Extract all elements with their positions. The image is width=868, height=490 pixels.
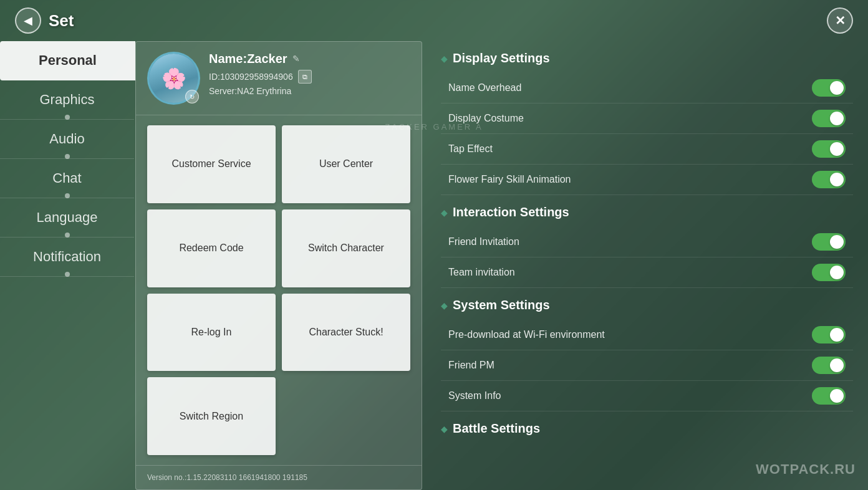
toggle-display-costume[interactable] (812, 110, 846, 127)
setting-label: Friend Invitation (448, 236, 519, 247)
avatar-badge: ↻ (185, 90, 199, 103)
setting-row-tap-effect: Tap Effect (441, 134, 853, 165)
toggle-team-invitation[interactable] (812, 264, 846, 281)
character-stuck-button[interactable]: Character Stuck! (282, 294, 410, 372)
diamond-icon: ◆ (441, 208, 448, 218)
customer-service-button[interactable]: Customer Service (147, 125, 276, 203)
diamond-icon: ◆ (441, 54, 448, 64)
setting-label: Name Overhead (448, 82, 521, 94)
sidebar-item-personal[interactable]: Personal (0, 41, 135, 80)
setting-row-flower-fairy: Flower Fairy Skill Animation (441, 165, 853, 195)
redeem-code-button[interactable]: Redeem Code (147, 209, 276, 287)
switch-region-button[interactable]: Switch Region (147, 377, 276, 455)
battle-settings-section: ◆ Battle Settings (441, 421, 853, 436)
setting-label: System Info (448, 390, 501, 401)
toggle-friend-invitation[interactable] (812, 233, 846, 251)
profile-id: ID:103092958994906 ⧉ (209, 70, 410, 84)
user-center-button[interactable]: User Center (282, 125, 410, 203)
close-button[interactable]: ✕ (827, 7, 853, 34)
back-icon: ◀ (24, 14, 32, 27)
setting-label: Pre-download at Wi-Fi environment (448, 329, 605, 340)
system-settings-title: System Settings (453, 298, 550, 312)
display-settings-header: ◆ Display Settings (441, 51, 853, 65)
setting-row-system-info: System Info (441, 381, 853, 411)
copy-button[interactable]: ⧉ (298, 70, 312, 84)
profile-name-row: Name:Zacker ✎ (209, 52, 410, 66)
center-panel: 🌸 ↻ Name:Zacker ✎ ID:103092958994906 ⧉ S… (135, 41, 422, 490)
toggle-predownload[interactable] (812, 326, 846, 343)
toggle-flower-fairy[interactable] (812, 171, 846, 188)
display-settings-title: Display Settings (453, 51, 550, 65)
interaction-settings-header: ◆ Interaction Settings (441, 205, 853, 219)
diamond-icon: ◆ (441, 300, 448, 310)
setting-row-display-costume: Display Costume (441, 103, 853, 134)
page-title: Set (49, 11, 74, 31)
close-icon: ✕ (835, 13, 846, 28)
header: ◀ Set ✕ (0, 0, 868, 41)
edit-icon[interactable]: ✎ (292, 54, 304, 65)
header-left: ◀ Set (15, 7, 74, 34)
sidebar-item-notification[interactable]: Notification (0, 238, 134, 277)
re-log-in-button[interactable]: Re-log In (147, 294, 276, 372)
interaction-settings-section: ◆ Interaction Settings Friend Invitation… (441, 205, 853, 288)
right-panel: ◆ Display Settings Name Overhead Display… (423, 41, 868, 490)
setting-label: Flower Fairy Skill Animation (448, 174, 571, 185)
setting-row-friend-invitation: Friend Invitation (441, 227, 853, 257)
system-settings-section: ◆ System Settings Pre-download at Wi-Fi … (441, 298, 853, 411)
toggle-tap-effect[interactable] (812, 140, 846, 158)
main-content: Personal Graphics Audio Chat Language No… (0, 41, 868, 490)
setting-row-friend-pm: Friend PM (441, 350, 853, 381)
setting-label: Team invitation (448, 267, 515, 278)
wotpack-watermark: WOTPACK.RU (756, 461, 856, 478)
toggle-friend-pm[interactable] (812, 357, 846, 374)
battle-settings-title: Battle Settings (453, 421, 540, 436)
actions-grid: Customer Service User Center Redeem Code… (136, 115, 422, 465)
toggle-system-info[interactable] (812, 387, 846, 405)
setting-label: Tap Effect (448, 143, 493, 155)
system-settings-header: ◆ System Settings (441, 298, 853, 312)
profile-name: Name:Zacker (209, 52, 287, 66)
setting-row-name-overhead: Name Overhead (441, 73, 853, 103)
interaction-settings-title: Interaction Settings (453, 205, 569, 219)
sidebar-item-graphics[interactable]: Graphics (0, 80, 134, 120)
profile-watermark: ZACKER GAMER A (385, 122, 483, 132)
sidebar-item-chat[interactable]: Chat (0, 159, 134, 198)
display-settings-section: ◆ Display Settings Name Overhead Display… (441, 51, 853, 195)
profile-section: 🌸 ↻ Name:Zacker ✎ ID:103092958994906 ⧉ S… (136, 42, 422, 115)
switch-character-button[interactable]: Switch Character (282, 209, 410, 287)
back-button[interactable]: ◀ (15, 7, 41, 34)
sidebar-item-audio[interactable]: Audio (0, 120, 134, 159)
sidebar-item-language[interactable]: Language (0, 198, 134, 238)
profile-info: Name:Zacker ✎ ID:103092958994906 ⧉ Serve… (209, 52, 410, 96)
setting-label: Friend PM (448, 360, 494, 371)
setting-row-predownload: Pre-download at Wi-Fi environment (441, 320, 853, 350)
setting-row-team-invitation: Team invitation (441, 257, 853, 288)
avatar-container: 🌸 ↻ (147, 52, 200, 105)
sidebar: Personal Graphics Audio Chat Language No… (0, 41, 134, 490)
battle-settings-header: ◆ Battle Settings (441, 421, 853, 436)
diamond-icon: ◆ (441, 424, 448, 434)
profile-server: Server:NA2 Erythrina (209, 86, 410, 96)
version-text: Version no.:1.15.22083110 1661941800 191… (136, 465, 422, 489)
toggle-name-overhead[interactable] (812, 79, 846, 97)
